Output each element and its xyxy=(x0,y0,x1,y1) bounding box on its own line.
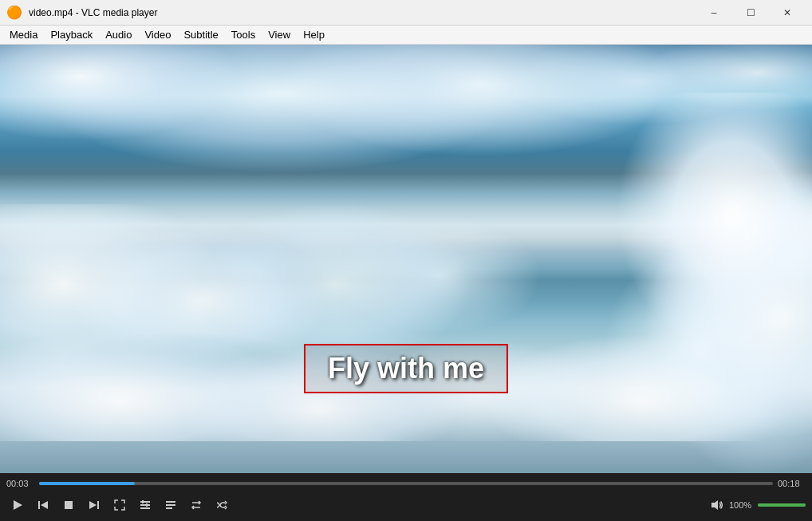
menu-item-audio[interactable]: Audio xyxy=(99,26,138,44)
svg-marker-2 xyxy=(41,501,48,509)
controls-row: 100% xyxy=(0,491,812,519)
time-total: 00:18 xyxy=(778,479,806,488)
loop-button[interactable] xyxy=(185,494,207,516)
menu-item-video[interactable]: Video xyxy=(138,26,177,44)
svg-rect-12 xyxy=(166,504,175,506)
vlc-app-icon: 🟠 xyxy=(6,5,22,20)
menu-item-tools[interactable]: Tools xyxy=(225,26,262,44)
subtitle-overlay: Fly with me xyxy=(304,344,508,393)
video-area[interactable]: Fly with me xyxy=(0,45,812,473)
menu-bar: Media Playback Audio Video Subtitle Tool… xyxy=(0,26,812,45)
time-current: 00:03 xyxy=(6,479,34,488)
svg-rect-13 xyxy=(166,507,172,509)
svg-rect-8 xyxy=(140,507,150,509)
subtitle-text: Fly with me xyxy=(328,352,484,385)
extended-settings-button[interactable] xyxy=(134,494,156,516)
volume-fill xyxy=(758,503,806,507)
menu-item-view[interactable]: View xyxy=(262,26,297,44)
playlist-button[interactable] xyxy=(160,494,182,516)
title-bar: 🟠 video.mp4 - VLC media player – ☐ ✕ xyxy=(0,0,812,26)
title-bar-left: 🟠 video.mp4 - VLC media player xyxy=(6,5,157,20)
window-title: video.mp4 - VLC media player xyxy=(29,7,157,18)
svg-rect-3 xyxy=(65,501,73,509)
close-button[interactable]: ✕ xyxy=(769,0,806,26)
svg-rect-9 xyxy=(142,500,144,503)
svg-marker-14 xyxy=(711,500,718,510)
svg-rect-7 xyxy=(140,504,150,506)
play-button[interactable] xyxy=(6,494,29,516)
volume-area: 100% xyxy=(707,495,806,515)
subtitle-box: Fly with me xyxy=(304,344,508,393)
stop-button[interactable] xyxy=(57,494,80,516)
window-controls: – ☐ ✕ xyxy=(696,0,806,26)
progress-row: 00:03 00:18 xyxy=(0,473,812,491)
progress-fill xyxy=(39,482,135,485)
skip-forward-button[interactable] xyxy=(83,494,105,516)
svg-rect-10 xyxy=(146,503,148,507)
skip-back-button[interactable] xyxy=(32,494,54,516)
progress-bar[interactable] xyxy=(39,482,773,485)
svg-rect-4 xyxy=(97,501,99,509)
fullscreen-button[interactable] xyxy=(108,494,131,516)
svg-rect-6 xyxy=(140,501,150,503)
minimize-button[interactable]: – xyxy=(696,0,732,26)
maximize-button[interactable]: ☐ xyxy=(732,0,769,26)
cloud-overlay xyxy=(0,45,812,473)
volume-label: 100% xyxy=(729,500,755,510)
svg-rect-1 xyxy=(38,501,40,509)
volume-bar[interactable] xyxy=(758,503,806,507)
menu-item-subtitle[interactable]: Subtitle xyxy=(177,26,224,44)
menu-item-help[interactable]: Help xyxy=(297,26,331,44)
controls-area: 00:03 00:18 xyxy=(0,473,812,521)
svg-rect-11 xyxy=(166,501,175,503)
volume-button[interactable] xyxy=(707,495,726,515)
svg-marker-5 xyxy=(89,501,97,509)
menu-item-playback[interactable]: Playback xyxy=(44,26,99,44)
menu-item-media[interactable]: Media xyxy=(3,26,44,44)
svg-marker-0 xyxy=(14,500,22,510)
random-button[interactable] xyxy=(211,494,233,516)
